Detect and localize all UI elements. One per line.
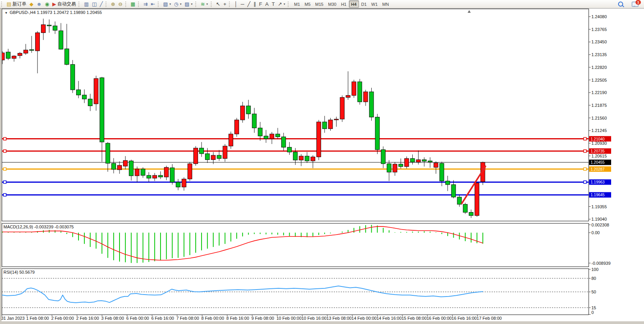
- toolbar-right: 1: [617, 1, 644, 8]
- svg-text:8 Feb 00:00: 8 Feb 00:00: [202, 316, 224, 321]
- caret-down-icon: ▾: [207, 2, 208, 6]
- timeframe-button-h1[interactable]: H1: [339, 0, 349, 8]
- chat-bubble-icon: 1: [632, 2, 639, 7]
- timeframe-button-m30[interactable]: M30: [326, 0, 338, 8]
- vertical-line-button[interactable]: │: [233, 1, 239, 8]
- svg-text:1 Feb 08:00: 1 Feb 08:00: [26, 316, 49, 321]
- bar-chart-icon: ▥: [84, 2, 89, 7]
- crosshair-button[interactable]: +: [222, 1, 228, 8]
- bar-chart-button[interactable]: ▥: [82, 1, 90, 8]
- toolbar-group-handle[interactable]: [79, 2, 81, 7]
- toolbar-group-handle[interactable]: [158, 2, 160, 7]
- new-chart-button[interactable]: ▧▾: [162, 1, 173, 8]
- signal-icon-icon: ◉: [45, 2, 49, 7]
- equidistant-channel-button[interactable]: ∥: [252, 1, 258, 8]
- toolbar-group-handle[interactable]: [106, 2, 108, 7]
- indicators-button[interactable]: ≋▾: [199, 1, 210, 8]
- chart-plot-area[interactable]: [2, 9, 589, 221]
- timeframe-button-m5[interactable]: M5: [302, 0, 313, 8]
- contacts-icon-button[interactable]: ☻: [35, 1, 43, 8]
- trading-terminal-window: ▤新订单◆☻◉▶自动交易▥◫╱⊕⊖▦⇉⇤▧▾◷▾▨▾≋▾↖+│─╱∥FAT↗▾M…: [0, 0, 644, 324]
- svg-text:17 Feb 08:00: 17 Feb 08:00: [477, 316, 502, 321]
- svg-text:10 Feb 00:00: 10 Feb 00:00: [277, 316, 302, 321]
- svg-text:0.00: 0.00: [591, 230, 600, 235]
- toolbar-group-handle[interactable]: [229, 2, 231, 7]
- svg-text:2 Feb 16:00: 2 Feb 16:00: [76, 316, 99, 321]
- svg-text:1.21875: 1.21875: [591, 103, 607, 108]
- time-axis[interactable]: 31 Jan 20231 Feb 08:002 Feb 00:002 Feb 1…: [1, 315, 502, 321]
- svg-text:9 Feb 08:00: 9 Feb 08:00: [251, 316, 274, 321]
- svg-text:1.22190: 1.22190: [591, 90, 607, 95]
- macd-axis[interactable]: 0.0023080.00-0.008939: [589, 223, 611, 266]
- cursor-icon: ↖: [216, 2, 220, 7]
- horizontal-line-button[interactable]: ─: [239, 1, 246, 8]
- gold-icon-button[interactable]: ◆: [28, 1, 35, 8]
- candlestick-chart-button[interactable]: ◫: [91, 1, 98, 8]
- chart-shift-button[interactable]: ⇤: [149, 1, 157, 8]
- search-button[interactable]: [617, 1, 625, 8]
- svg-text:0: 0: [591, 310, 594, 315]
- autotrading-button-label: 自动交易: [57, 1, 76, 7]
- chart-area[interactable]: 1.240801.237651.234501.231351.228201.225…: [0, 0, 644, 324]
- toolbar-group-handle[interactable]: [195, 2, 198, 7]
- equidistant-channel-icon: ∥: [253, 2, 256, 7]
- crosshair-icon: +: [223, 2, 226, 7]
- notifications-button[interactable]: 1: [630, 1, 640, 8]
- timeframe-button-mn[interactable]: MN: [380, 0, 391, 8]
- fibonacci-button[interactable]: F: [258, 1, 264, 8]
- price-axis[interactable]: 1.240801.237651.234501.231351.228201.225…: [589, 14, 611, 221]
- svg-text:1.20615: 1.20615: [591, 154, 607, 158]
- toolbar-group-handle[interactable]: [288, 2, 290, 7]
- svg-text:1.20287: 1.20287: [591, 167, 605, 171]
- svg-text:6 Feb 16:00: 6 Feb 16:00: [151, 316, 174, 321]
- toolbar-group-handle[interactable]: [211, 2, 213, 7]
- timeframe-button-d1[interactable]: D1: [359, 0, 369, 8]
- caret-down-icon: ▾: [180, 2, 181, 6]
- arrows-icon: ↗: [278, 2, 282, 7]
- notification-badge: 1: [635, 0, 641, 5]
- timeframe-button-w1[interactable]: W1: [369, 0, 380, 8]
- chart-symbol-label[interactable]: ▼GBPUSD-,H4 1.19973 1.20472 1.19890 1.20…: [5, 10, 102, 15]
- svg-text:1.22505: 1.22505: [591, 78, 607, 82]
- autotrading-button[interactable]: ▶自动交易: [51, 1, 77, 8]
- template-button[interactable]: ▨▾: [183, 1, 194, 8]
- zoom-out-button[interactable]: ⊖: [117, 1, 124, 8]
- new-order-icon: ▤: [7, 2, 11, 7]
- toolbar-group-handle[interactable]: [138, 2, 140, 7]
- svg-text:1.20455: 1.20455: [591, 160, 605, 165]
- svg-text:1.19040: 1.19040: [591, 217, 607, 221]
- svg-text:15: 15: [591, 305, 596, 310]
- zoom-in-button[interactable]: ⊕: [109, 1, 117, 8]
- auto-scroll-button[interactable]: ⇉: [142, 1, 149, 8]
- chevron-down-icon: ▼: [5, 11, 8, 15]
- candlestick-chart-icon: ◫: [92, 2, 97, 7]
- timeframe-button-m1[interactable]: M1: [292, 0, 302, 8]
- trendline-button[interactable]: ╱: [246, 1, 252, 8]
- new-order-button[interactable]: ▤新订单: [5, 1, 28, 8]
- text-label-icon: T: [272, 2, 275, 7]
- cursor-button[interactable]: ↖: [215, 1, 222, 8]
- svg-text:8 Feb 16:00: 8 Feb 16:00: [226, 316, 249, 321]
- indicators-icon: ≋: [201, 2, 205, 7]
- caret-down-icon: ▾: [191, 2, 193, 6]
- timeframe-button-h4[interactable]: H4: [349, 0, 359, 8]
- svg-text:1.23135: 1.23135: [591, 52, 607, 57]
- text-label-button[interactable]: T: [270, 1, 276, 8]
- period-button[interactable]: ◷▾: [173, 1, 183, 8]
- search-icon: [618, 2, 623, 7]
- toolbar-group-handle[interactable]: [1, 2, 3, 7]
- svg-text:1.21560: 1.21560: [591, 116, 607, 120]
- trendline-icon: ╱: [247, 2, 250, 7]
- toolbar-group-handle[interactable]: [125, 2, 128, 7]
- svg-text:50: 50: [591, 290, 596, 294]
- line-chart-button[interactable]: ╱: [98, 1, 104, 8]
- svg-text:1.19963: 1.19963: [591, 180, 605, 184]
- text-button[interactable]: A: [264, 1, 270, 8]
- rsi-axis[interactable]: 1008050150: [589, 267, 598, 315]
- tile-windows-button[interactable]: ▦: [129, 1, 137, 8]
- timeframe-button-m15[interactable]: M15: [313, 0, 326, 8]
- arrows-button[interactable]: ↗▾: [276, 1, 287, 8]
- svg-text:7 Feb 08:00: 7 Feb 08:00: [176, 316, 199, 321]
- svg-text:31 Jan 2023: 31 Jan 2023: [1, 316, 25, 321]
- signal-icon-button[interactable]: ◉: [43, 1, 51, 8]
